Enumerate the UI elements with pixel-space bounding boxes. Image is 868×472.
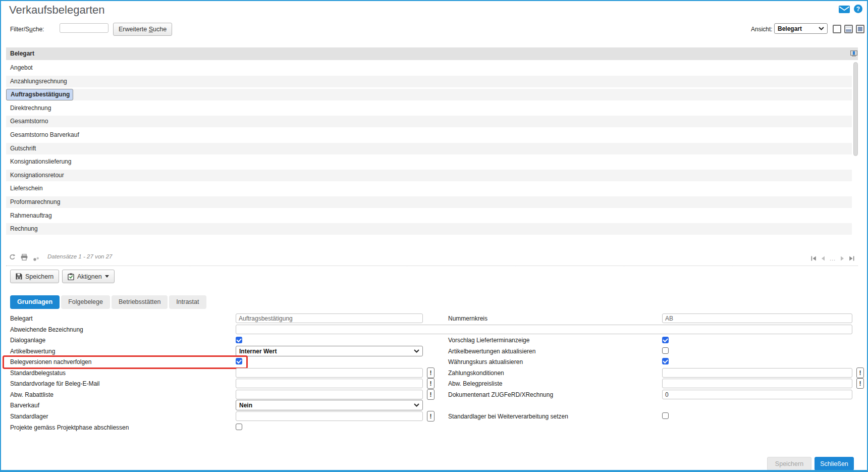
prev-page-icon[interactable]: [821, 254, 825, 263]
vorschlag-lieferterminanzeige-checkbox[interactable]: [662, 337, 669, 343]
field-label-abweichende-bezeichnung: Abweichende Bezeichnung: [10, 325, 83, 335]
chevron-down-icon: [414, 403, 419, 407]
field-label-nummernkreis: Nummernkreis: [448, 314, 487, 324]
field-label-dokumentenart-zugferd: Dokumentenart ZUGFeRD/XRechnung: [448, 390, 553, 400]
field-label-standardlager: Standardlager: [10, 412, 48, 422]
list-scrollbar[interactable]: [853, 62, 858, 156]
view-mode-detail-icon[interactable]: [856, 25, 864, 33]
zahlungskonditionen-input[interactable]: [662, 368, 852, 378]
list-row-selected[interactable]: Auftragsbestätigung: [6, 89, 73, 100]
view-mode-split-icon[interactable]: [844, 25, 853, 33]
artikelbewertung-select[interactable]: Interner Wert: [236, 346, 423, 356]
link-icon[interactable]: [33, 254, 40, 264]
pager-ellipsis: ...: [830, 255, 836, 261]
field-label-belegversionen-nachverfolgen: Belegversionen nachverfolgen: [10, 357, 91, 367]
last-page-icon[interactable]: [849, 254, 854, 263]
list-row[interactable]: Angebot: [6, 62, 852, 74]
pager: ...: [811, 254, 854, 263]
belegversionen-nachverfolgen-checkbox[interactable]: [236, 358, 242, 364]
split-top: [846, 26, 851, 28]
abw-belegpreisliste-lookup-button[interactable]: !: [856, 378, 864, 389]
standardlager-weiterverarbeitung-checkbox[interactable]: [662, 412, 669, 419]
list-row[interactable]: Direktrechnung: [6, 102, 852, 114]
panel-divider: [6, 266, 858, 266]
list-row[interactable]: Gutschrift: [6, 143, 852, 154]
standardlager-lookup-button[interactable]: !: [427, 411, 435, 422]
standardvorlage-email-lookup-button[interactable]: !: [427, 378, 435, 389]
split-bottom: [846, 29, 851, 32]
floppy-icon: [16, 273, 22, 280]
mail-icon[interactable]: [839, 6, 850, 15]
standardbelegstatus-lookup-button[interactable]: !: [427, 368, 435, 378]
list-row[interactable]: Anzahlungsrechnung: [6, 76, 852, 87]
field-label-abw-belegpreisliste: Abw. Belegpreisliste: [448, 379, 502, 389]
abweichende-bezeichnung-input[interactable]: [236, 325, 852, 334]
footer-save-button[interactable]: Speichern: [767, 457, 811, 470]
standardvorlage-email-input[interactable]: [236, 379, 423, 388]
column-settings-icon[interactable]: [850, 49, 857, 59]
projekte-abschliessen-checkbox[interactable]: [236, 424, 242, 430]
list-row[interactable]: Konsignationslieferung: [6, 156, 852, 168]
filter-label: Filter/Suche:: [10, 26, 44, 33]
dialoganlage-checkbox[interactable]: [236, 337, 242, 343]
zahlungskonditionen-lookup-button[interactable]: !: [856, 368, 864, 378]
page-title: Verkaufsbelegarten: [9, 4, 105, 17]
field-label-vorschlag-lieferterminanzeige: Vorschlag Lieferterminanzeige: [448, 336, 529, 345]
aktionen-button[interactable]: Aktionen: [62, 270, 115, 283]
field-label-artikelbewertung: Artikelbewertung: [10, 347, 55, 356]
field-label-zahlungskonditionen: Zahlungskonditionen: [448, 369, 504, 378]
refresh-icon[interactable]: [9, 253, 16, 263]
field-label-projekte-abschliessen: Projekte gemäss Projektphase abschliesse…: [10, 423, 129, 433]
record-count: Datensätze 1 - 27 von 27: [47, 253, 113, 259]
next-page-icon[interactable]: [840, 254, 844, 263]
detail-inner: [858, 27, 862, 31]
abw-belegpreisliste-input[interactable]: [662, 379, 852, 388]
field-label-belegart: Belegart: [10, 314, 33, 324]
artikelbewertungen-aktualisieren-checkbox[interactable]: [662, 347, 669, 354]
advanced-search-button[interactable]: Erweiterte Suche: [113, 23, 172, 36]
field-label-standardvorlage-email: Standardvorlage für Beleg-E-Mail: [10, 379, 99, 389]
tab-grundlagen[interactable]: Grundlagen: [10, 295, 60, 309]
list-row[interactable]: Rechnung: [6, 223, 852, 235]
field-label-dialoganlage: Dialoganlage: [10, 336, 45, 345]
verkaufsbelegarten-window: Verkaufsbelegarten ? Filter/Suche: Erwei…: [0, 0, 868, 472]
view-select[interactable]: Belegart: [774, 23, 828, 34]
dokumentenart-zugferd-input[interactable]: [662, 390, 852, 399]
list-row[interactable]: Gesamtstorno Barverkauf: [6, 129, 852, 141]
view-mode-single-icon[interactable]: [833, 25, 841, 33]
list-row[interactable]: Rahmenauftrag: [6, 210, 852, 222]
barverkauf-select[interactable]: Nein: [236, 400, 423, 410]
tab-folgebelege[interactable]: Folgebelege: [61, 295, 110, 309]
list-row[interactable]: Gesamtstorno: [6, 116, 852, 127]
tab-betriebsstaetten[interactable]: Betriebsstätten: [112, 295, 168, 309]
print-icon[interactable]: [21, 253, 28, 263]
abw-rabattliste-input[interactable]: [236, 390, 423, 399]
footer-close-button[interactable]: Schließen: [815, 457, 854, 470]
belegart-input[interactable]: [236, 313, 423, 323]
list-row[interactable]: Konsignationsretour: [6, 170, 852, 181]
field-label-standardlager-weiterverarbeitung: Standardlager bei Weiterverarbeitung set…: [448, 412, 568, 422]
first-page-icon[interactable]: [811, 254, 817, 263]
abw-rabattliste-lookup-button[interactable]: !: [427, 389, 435, 400]
list-body: Angebot Anzahlungsrechnung Auftragsbestä…: [6, 62, 852, 237]
list-row[interactable]: Barverkauf: [6, 89, 852, 100]
help-icon[interactable]: ?: [854, 5, 862, 13]
list-row[interactable]: Lieferschein: [6, 183, 852, 194]
standardlager-input[interactable]: [236, 411, 423, 421]
field-label-barverkauf: Barverkauf: [10, 401, 39, 410]
field-label-artikelbewertungen-aktualisieren: Artikelbewertungen aktualisieren: [448, 347, 535, 356]
list-row[interactable]: Proformarechnung: [6, 196, 852, 208]
chevron-down-icon: [414, 349, 419, 353]
standardbelegstatus-input[interactable]: [236, 368, 423, 378]
view-label: Ansicht:: [751, 26, 773, 33]
tab-intrastat[interactable]: Intrastat: [169, 295, 206, 309]
list-header: Belegart: [6, 47, 858, 60]
field-label-waehrungskurs-aktualisieren: Währungskurs aktualisieren: [448, 357, 523, 367]
filter-input[interactable]: [60, 23, 108, 33]
nummernkreis-input[interactable]: [662, 313, 852, 323]
field-label-standardbelegstatus: Standardbelegstatus: [10, 369, 66, 378]
caret-down-icon: [105, 275, 109, 278]
field-label-abw-rabattliste: Abw. Rabattliste: [10, 390, 53, 400]
save-button[interactable]: Speichern: [10, 270, 59, 283]
waehrungskurs-aktualisieren-checkbox[interactable]: [662, 358, 669, 364]
